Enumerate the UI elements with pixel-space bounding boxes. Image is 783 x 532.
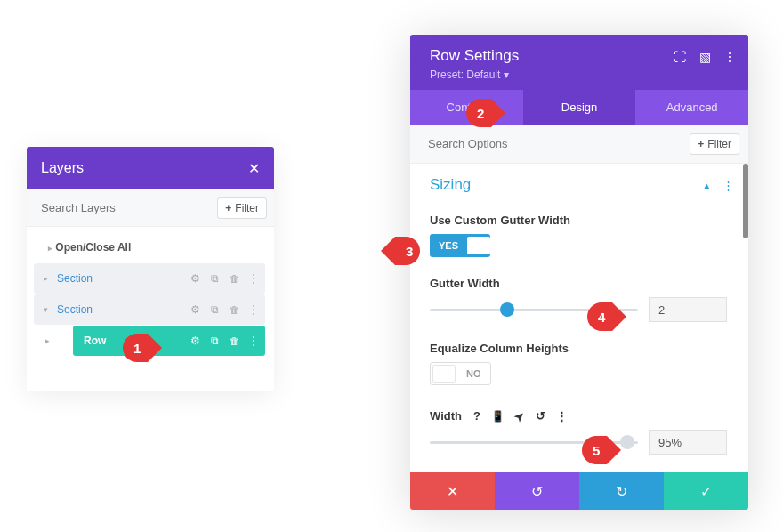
filter-label: Filter — [707, 138, 731, 150]
sizing-section-header[interactable]: Sizing — [430, 176, 747, 194]
layer-actions — [189, 303, 260, 316]
annotation-1: 1 — [123, 334, 148, 362]
toggle-knob — [467, 237, 490, 254]
width-label-row: Width — [430, 409, 747, 423]
caret-down-icon — [504, 69, 509, 81]
annotation-2: 2 — [466, 99, 491, 127]
close-icon[interactable] — [247, 162, 260, 174]
open-close-all[interactable]: ▸ Open/Close All — [34, 236, 265, 262]
undo-icon — [531, 483, 543, 500]
tab-design[interactable]: Design — [523, 90, 636, 125]
gutter-width-label: Gutter Width — [430, 277, 747, 290]
redo-button[interactable] — [579, 472, 664, 510]
more-icon[interactable] — [722, 179, 734, 191]
caret-icon: ▾ — [39, 305, 52, 314]
layer-section[interactable]: ▾ Section — [34, 294, 265, 325]
more-icon[interactable] — [247, 335, 260, 347]
layer-actions — [189, 272, 260, 285]
settings-body: Sizing Use Custom Gutter Width YES Gutte… — [410, 164, 748, 455]
width-value[interactable]: 95% — [649, 430, 727, 455]
settings-filter-button[interactable]: Filter — [690, 133, 739, 155]
use-custom-gutter-toggle[interactable]: YES — [430, 234, 490, 257]
settings-header: Row Settings Preset: Default — [410, 35, 748, 90]
layers-body: ▸ Open/Close All ▸ Section ▾ Section — [27, 227, 274, 391]
layers-search-input[interactable] — [39, 200, 217, 215]
width-icons — [471, 410, 569, 423]
duplicate-icon[interactable] — [208, 303, 221, 316]
caret-icon: ▸ — [41, 336, 53, 345]
layer-section[interactable]: ▸ Section — [34, 263, 265, 294]
settings-footer — [410, 472, 748, 510]
caret-icon: ▸ — [39, 274, 52, 283]
layer-actions — [189, 335, 260, 347]
expand-icon[interactable] — [674, 51, 686, 63]
toggle-text: NO — [457, 368, 490, 379]
settings-tabs: Content Design Advanced — [410, 90, 748, 125]
undo-button[interactable] — [495, 472, 579, 510]
slider-thumb[interactable] — [500, 302, 514, 317]
preset-label[interactable]: Preset: Default — [430, 69, 732, 81]
toggle-text: YES — [430, 240, 467, 251]
scrollbar-thumb[interactable] — [743, 164, 748, 238]
caret-icon: ▸ — [48, 244, 52, 253]
save-button[interactable] — [664, 472, 748, 510]
tab-advanced[interactable]: Advanced — [635, 90, 748, 125]
filter-label: Filter — [235, 202, 259, 214]
toggle-knob — [432, 365, 456, 383]
close-icon — [447, 483, 458, 500]
snap-icon[interactable] — [698, 51, 711, 63]
reset-icon[interactable] — [535, 410, 547, 423]
layers-filter-button[interactable]: Filter — [217, 197, 267, 219]
equalize-label: Equalize Column Heights — [430, 342, 747, 355]
more-icon[interactable] — [247, 272, 260, 285]
gear-icon[interactable] — [189, 303, 201, 316]
check-icon — [700, 483, 712, 500]
annotation-4: 4 — [587, 302, 612, 331]
row-settings-panel: Row Settings Preset: Default Content Des… — [410, 35, 748, 510]
layer-row[interactable]: Row — [73, 326, 265, 356]
more-icon[interactable] — [247, 303, 260, 316]
settings-search-input[interactable] — [426, 136, 690, 151]
trash-icon[interactable] — [228, 303, 240, 316]
gear-icon[interactable] — [189, 272, 201, 285]
annotation-5: 5 — [582, 436, 607, 464]
plus-icon — [698, 138, 704, 150]
equalize-toggle[interactable]: NO — [430, 362, 491, 385]
more-icon[interactable] — [556, 410, 569, 423]
layers-header: Layers — [27, 147, 274, 189]
redo-icon — [616, 483, 627, 500]
help-icon[interactable] — [471, 410, 483, 423]
header-icons — [674, 51, 736, 63]
slider-thumb[interactable] — [620, 435, 634, 449]
plus-icon — [225, 202, 231, 214]
layers-search-bar: Filter — [27, 189, 274, 227]
hover-icon[interactable] — [513, 410, 526, 423]
layers-title: Layers — [41, 160, 84, 176]
width-label: Width — [430, 409, 462, 423]
settings-search-bar: Filter — [410, 125, 748, 164]
device-icon[interactable] — [492, 410, 505, 423]
cancel-button[interactable] — [410, 472, 495, 510]
duplicate-icon[interactable] — [208, 272, 221, 285]
trash-icon[interactable] — [228, 272, 240, 285]
duplicate-icon[interactable] — [208, 335, 221, 347]
use-custom-gutter-label: Use Custom Gutter Width — [430, 214, 747, 227]
gear-icon[interactable] — [189, 335, 201, 347]
more-icon[interactable] — [723, 51, 736, 63]
collapse-icon[interactable] — [700, 179, 713, 191]
gutter-width-value[interactable]: 2 — [649, 297, 727, 322]
trash-icon[interactable] — [228, 335, 240, 347]
